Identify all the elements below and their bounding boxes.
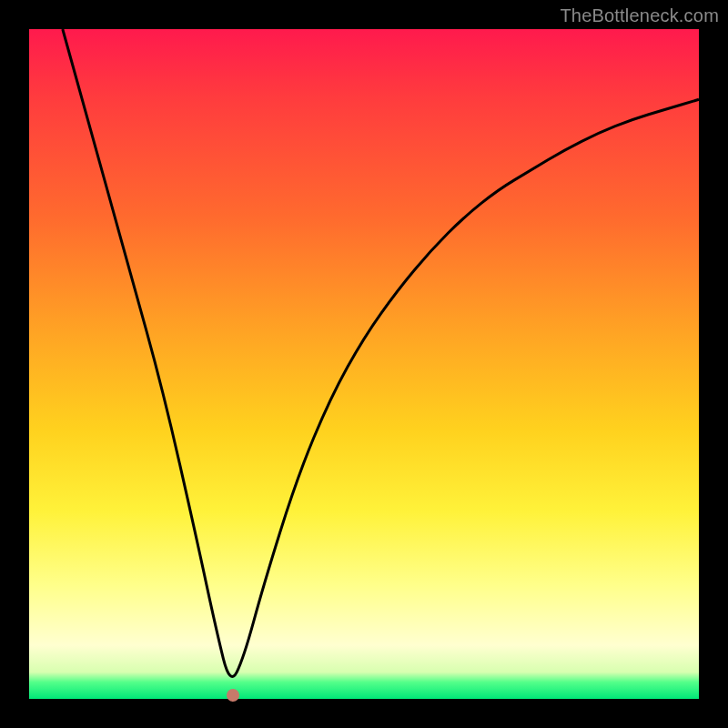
optimum-marker [227, 689, 239, 702]
watermark-text: TheBottleneck.com [560, 5, 719, 26]
plot-area [29, 29, 699, 699]
bottleneck-curve [29, 29, 699, 699]
chart-frame: TheBottleneck.com [0, 0, 728, 728]
curve-path [63, 29, 699, 676]
